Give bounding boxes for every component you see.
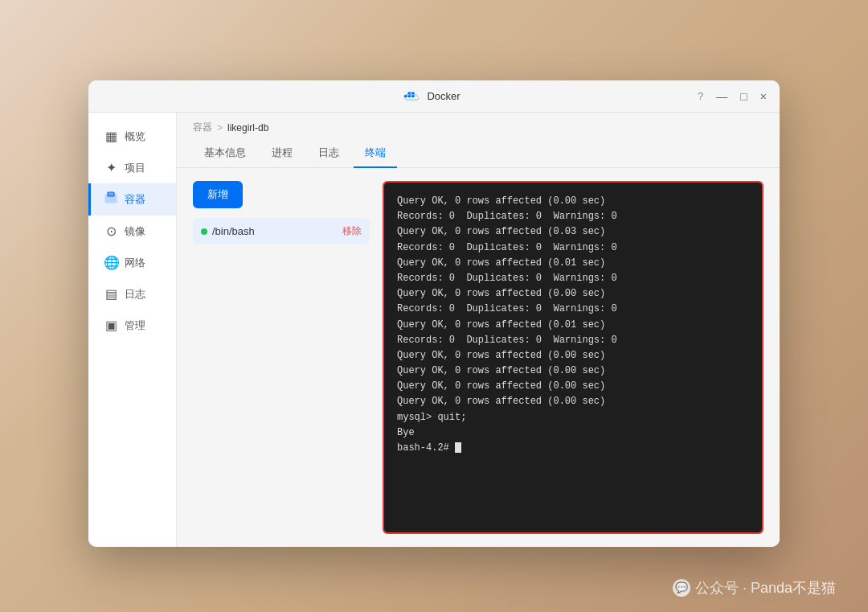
svg-rect-2 <box>411 95 415 97</box>
terminal-line: bash-4.2# <box>397 441 749 456</box>
titlebar-center: Docker <box>403 88 460 105</box>
tab-basic[interactable]: 基本信息 <box>193 139 257 168</box>
svg-rect-6 <box>108 192 114 196</box>
sidebar: ▦ 概览 ✦ 项目 容器 ⊙ 镜像 <box>88 113 177 547</box>
sidebar-item-overview[interactable]: ▦ 概览 <box>88 121 176 152</box>
breadcrumb: 容器 > likegirl-db <box>177 113 780 139</box>
tab-process[interactable]: 进程 <box>260 139 304 168</box>
sidebar-item-project[interactable]: ✦ 项目 <box>88 152 176 183</box>
session-list: /bin/bash 移除 <box>193 218 370 244</box>
session-name: /bin/bash <box>212 225 255 237</box>
breadcrumb-parent: 容器 <box>193 121 212 134</box>
terminal-line: Query OK, 0 rows affected (0.00 sec) <box>397 379 749 394</box>
sidebar-item-manage[interactable]: ▣ 管理 <box>88 310 176 341</box>
minimize-button[interactable]: — <box>716 91 727 102</box>
window-title: Docker <box>427 90 460 102</box>
session-status-dot <box>201 228 207 235</box>
sidebar-label-manage: 管理 <box>125 318 145 333</box>
watermark-text: 公众号 · Panda不是猫 <box>695 578 836 598</box>
content-pane: 容器 > likegirl-db 基本信息 进程 日志 终端 新增 <box>177 113 780 547</box>
titlebar: Docker ? — □ × <box>88 80 780 113</box>
session-item-left: /bin/bash <box>201 225 255 237</box>
network-icon: 🌐 <box>104 255 118 270</box>
help-button[interactable]: ? <box>698 91 703 101</box>
manage-icon: ▣ <box>104 318 118 333</box>
terminal-line: Records: 0 Duplicates: 0 Warnings: 0 <box>397 240 749 256</box>
terminal-line: Records: 0 Duplicates: 0 Warnings: 0 <box>397 302 749 317</box>
terminal-sessions-panel: 新增 /bin/bash 移除 <box>193 181 370 534</box>
tab-content-terminal: 新增 /bin/bash 移除 Query OK, <box>177 168 780 547</box>
sidebar-label-network: 网络 <box>125 256 145 270</box>
session-item[interactable]: /bin/bash 移除 <box>193 218 370 244</box>
add-session-button[interactable]: 新增 <box>193 181 243 208</box>
terminal-line: Query OK, 0 rows affected (0.03 sec) <box>397 224 749 240</box>
terminal-line: Bye <box>397 425 749 441</box>
watermark: 💬 公众号 · Panda不是猫 <box>673 578 836 598</box>
svg-rect-1 <box>408 95 411 97</box>
svg-rect-4 <box>411 92 415 94</box>
svg-rect-3 <box>408 92 411 94</box>
terminal-line: Records: 0 Duplicates: 0 Warnings: 0 <box>397 209 749 224</box>
sidebar-label-container: 容器 <box>125 192 145 207</box>
overview-icon: ▦ <box>104 129 118 144</box>
docker-window: Docker ? — □ × ▦ 概览 ✦ 项目 <box>88 80 780 547</box>
terminal-line: Query OK, 0 rows affected (0.00 sec) <box>397 348 749 364</box>
tab-logs[interactable]: 日志 <box>307 139 350 168</box>
container-icon <box>104 191 118 207</box>
docker-app-icon <box>403 88 420 105</box>
sidebar-item-network[interactable]: 🌐 网络 <box>88 247 176 278</box>
terminal-output-panel: Query OK, 0 rows affected (0.00 sec)Reco… <box>383 181 764 534</box>
main-area: ▦ 概览 ✦ 项目 容器 ⊙ 镜像 <box>88 113 780 547</box>
terminal-body[interactable]: Query OK, 0 rows affected (0.00 sec)Reco… <box>384 183 762 532</box>
sidebar-label-project: 项目 <box>125 161 145 175</box>
project-icon: ✦ <box>104 160 118 175</box>
sidebar-item-logs[interactable]: ▤ 日志 <box>88 278 176 310</box>
terminal-line: Records: 0 Duplicates: 0 Warnings: 0 <box>397 271 749 286</box>
session-delete-button[interactable]: 移除 <box>342 224 362 238</box>
sidebar-label-overview: 概览 <box>125 129 145 144</box>
terminal-line: Query OK, 0 rows affected (0.00 sec) <box>397 394 749 409</box>
logs-icon: ▤ <box>104 286 118 302</box>
sidebar-label-logs: 日志 <box>125 287 145 302</box>
terminal-cursor <box>455 442 461 453</box>
tab-bar: 基本信息 进程 日志 终端 <box>177 139 780 168</box>
breadcrumb-current: likegirl-db <box>227 122 268 133</box>
terminal-line: Query OK, 0 rows affected (0.00 sec) <box>397 286 749 302</box>
terminal-line: Query OK, 0 rows affected (0.00 sec) <box>397 194 749 209</box>
terminal-line: Query OK, 0 rows affected (0.01 sec) <box>397 318 749 333</box>
sidebar-item-image[interactable]: ⊙ 镜像 <box>88 216 176 247</box>
sidebar-label-image: 镜像 <box>125 224 145 239</box>
terminal-line: Query OK, 0 rows affected (0.00 sec) <box>397 364 749 379</box>
sidebar-item-container[interactable]: 容器 <box>88 183 176 216</box>
tab-terminal[interactable]: 终端 <box>354 139 397 168</box>
terminal-line: mysql> quit; <box>397 410 749 425</box>
maximize-button[interactable]: □ <box>740 91 747 102</box>
close-button[interactable]: × <box>760 91 767 102</box>
terminal-line: Records: 0 Duplicates: 0 Warnings: 0 <box>397 333 749 348</box>
terminal-line: Query OK, 0 rows affected (0.01 sec) <box>397 256 749 271</box>
image-icon: ⊙ <box>104 224 118 239</box>
breadcrumb-separator: > <box>217 122 223 133</box>
wechat-icon: 💬 <box>673 579 690 597</box>
titlebar-controls: ? — □ × <box>698 91 767 102</box>
